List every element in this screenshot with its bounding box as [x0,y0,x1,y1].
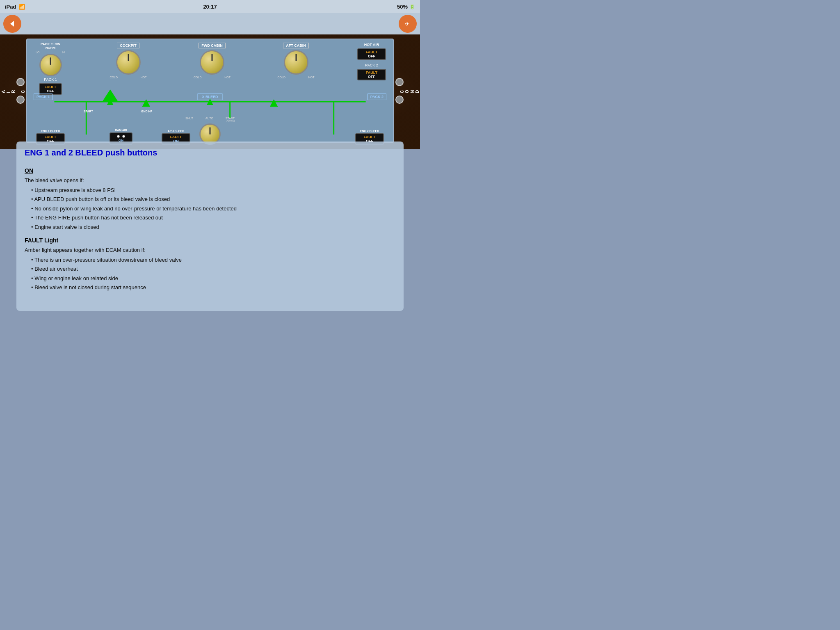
fwd-cabin-zone: FWD CABIN COLD HOT [187,43,237,79]
air-cond-label-right: AIRCOND [394,39,405,143]
fault-bullet-2: Bleed air overheat [31,265,395,273]
cockpit-knob-indicator [128,54,129,61]
left-dial-bottom [16,96,25,104]
aft-cabin-label: AFT CABIN [283,43,309,48]
svg-marker-14 [270,99,278,107]
ram-air-label: RAM AIR [115,129,127,132]
battery-icon: 🔋 [409,4,415,9]
status-left: iPad 📶 [5,4,25,10]
cockpit-label: COCKPIT [117,43,139,48]
fwd-cabin-knob-indicator [212,54,213,61]
eng2-fault: FAULT [358,135,381,139]
xbleed-knob-indicator [210,127,211,135]
nav-bar: ✈ [0,13,420,34]
xbleed-box: X BLEED [197,94,222,100]
bullet-1: Upstream pressure is above 8 PSI [31,186,395,194]
left-dial-top [16,78,25,86]
hot-air-fault-btn[interactable]: FAULT OFF [357,48,386,60]
status-right: 50% 🔋 [397,4,415,10]
pack1-label: PACK 1 [44,78,57,82]
plane-button[interactable]: ✈ [399,15,417,33]
pack2-label: PACK 2 [365,63,378,67]
bullet-3: No onside pylon or wing leak and no over… [31,205,395,213]
hot-air-fault: FAULT [361,50,383,54]
fwd-cold: COLD [194,76,201,79]
fault-section-intro: Amber light appears together with ECAM c… [25,246,395,254]
aft-cold: COLD [278,76,285,79]
aft-hot: HOT [308,76,315,79]
back-button[interactable] [3,15,21,33]
aft-cabin-knob[interactable] [284,50,308,75]
fault-bullet-3: Wing or engine leak on related side [31,274,395,283]
content-section: ENG 1 and 2 BLEED push buttons ON The bl… [16,142,404,311]
lo-label: LO [36,51,39,54]
gnd-hp-label: GND HP [141,110,152,113]
pack1-box: PACK 1 [34,94,52,100]
air-cond-label-left: AIRCOND [15,39,26,143]
fault-bullet-4: Bleed valve is not closed during start s… [31,283,395,292]
auto-label: AUTO [205,117,213,123]
eng1-fault: FAULT [39,135,62,139]
instrument-panel: PACK FLOW NORM LO HI PACK 1 FAULT OFF CO… [26,39,394,143]
fwd-cabin-knob[interactable] [200,50,224,75]
pack2-box: PACK 2 [368,94,386,100]
on-section-intro: The bleed valve opens if: [25,176,395,185]
pack2-fault: FAULT [361,71,383,75]
cockpit-cold: COLD [110,76,118,79]
cockpit-hot: HOT [141,76,147,79]
led-2 [122,135,125,138]
start-label-section: START [84,110,93,114]
svg-text:✈: ✈ [405,21,410,27]
led-1 [117,135,120,138]
bullet-2: APU BLEED push button is off or its blee… [31,195,395,203]
eng2-bleed-label: ENG 2 BLEED [360,130,379,132]
gnd-hp-section: GND HP [141,110,152,114]
fault-bullet-1: There is an over-pressure situation down… [31,256,395,264]
xbleed-range-labels: SHUT AUTO STARTOPEN [185,117,235,123]
shut-label: SHUT [185,117,193,123]
right-dial-bottom [395,96,404,104]
cockpit-zone: COCKPIT COLD HOT [104,43,153,79]
fault-section-heading: FAULT Light [25,237,395,244]
pack2-off: OFF [361,75,383,79]
start-label: START [84,110,93,113]
bullet-4: The ENG FIRE push button has not been re… [31,214,395,222]
cockpit-range: COLD HOT [110,76,147,79]
pack-flow-label: PACK FLOW NORM [41,43,60,50]
start-open-label: STARTOPEN [226,117,235,123]
knob-indicator [50,57,51,65]
wifi-icon: 📶 [18,4,25,10]
device-label: iPad [5,4,16,10]
content-title: ENG 1 and 2 BLEED push buttons [25,148,395,158]
fwd-cabin-label: FWD CABIN [199,43,226,48]
hi-label: HI [62,51,65,54]
bullet-5: Engine start valve is closed [31,223,395,231]
hot-air-off: OFF [361,54,383,58]
hot-air-section: HOT AIR FAULT OFF PACK 2 FAULT OFF [355,43,388,80]
xbleed-knob-area: SHUT AUTO STARTOPEN [183,117,237,145]
panel-top-row: PACK FLOW NORM LO HI PACK 1 FAULT OFF CO… [30,43,390,88]
pack-flow-section: PACK FLOW NORM LO HI PACK 1 FAULT OFF [32,43,69,95]
pack1-fault-text: FAULT [42,85,59,89]
panel-area: AIRCOND AIRCOND PACK FLOW NORM LO HI PAC… [0,34,420,149]
hot-air-label: HOT AIR [364,43,379,47]
eng1-bleed-label: ENG 1 BLEED [41,130,60,132]
svg-marker-13 [142,99,150,107]
fwd-cabin-range: COLD HOT [194,76,231,79]
aft-cabin-zone: AFT CABIN COLD HOT [272,43,321,79]
on-section-heading: ON [25,167,395,174]
apu-bleed-label: APU BLEED [168,130,184,132]
panel-bottom-row: PACK 1 PACK 2 X BLEED ENG 1 BLEED FAULT … [30,89,390,145]
battery-pct: 50% [397,4,408,10]
aft-cabin-knob-indicator [295,54,297,61]
pack2-fault-btn[interactable]: FAULT OFF [357,69,386,80]
status-bar: iPad 📶 20:17 50% 🔋 [0,0,420,13]
pack-flow-knob[interactable] [39,54,62,76]
pack-flow-range: LO HI [36,51,65,54]
cockpit-knob[interactable] [116,50,141,75]
aft-cabin-range: COLD HOT [278,76,315,79]
right-dial-top [395,78,404,86]
fwd-hot: HOT [224,76,231,79]
ram-air-leds [114,135,128,138]
status-time: 20:17 [203,4,217,10]
